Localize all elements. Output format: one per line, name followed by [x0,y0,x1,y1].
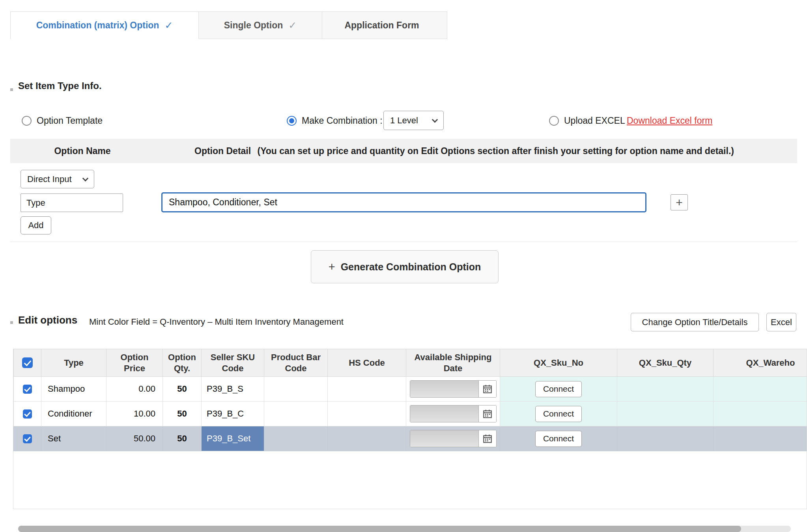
table-row: Conditioner 10.00 50 P39_B_C [14,402,807,426]
check-icon: ✓ [288,20,297,31]
row-checkbox[interactable] [23,409,32,419]
check-icon: ✓ [164,20,173,31]
connect-button[interactable]: Connect [535,406,582,422]
connect-button[interactable]: Connect [535,431,582,447]
date-input[interactable] [410,381,479,397]
page: Combination (matrix) Option ✓ Single Opt… [0,0,807,532]
add-option-row-button[interactable]: + [671,194,688,210]
generate-combination-option-button[interactable]: + Generate Combination Option [311,250,499,283]
cell-qx-warehouse[interactable] [714,377,807,402]
radio-upload-excel[interactable]: Upload EXCEL [549,111,625,130]
section-divider [10,242,797,242]
excel-button[interactable]: Excel [766,313,796,331]
column-header-type: Type [41,349,106,377]
cell-option-price[interactable]: 50.00 [106,426,163,451]
cell-hs-code[interactable] [328,402,406,426]
tab-label: Single Option [224,20,283,31]
chevron-down-icon [82,175,89,182]
date-input[interactable] [410,430,479,447]
radio-make-combination[interactable]: Make Combination : [287,111,383,130]
row-checkbox[interactable] [23,385,32,394]
cell-hs-code[interactable] [328,377,406,402]
tab-application-form[interactable]: Application Form [322,11,447,39]
cell-qx-sku-qty[interactable] [617,402,714,426]
change-option-title-button[interactable]: Change Option Title/Details [631,313,759,331]
cell-qx-sku-qty[interactable] [617,377,714,402]
row-checkbox[interactable] [23,434,32,443]
section-bullet-icon [10,321,13,324]
cell-checkbox [14,402,41,426]
calendar-icon[interactable] [479,406,496,422]
tab-single-option[interactable]: Single Option ✓ [199,11,322,39]
radio-option-template[interactable]: Option Template [22,111,103,130]
cell-qx-sku-qty[interactable] [617,426,714,451]
option-detail-header: Option Detail (You can set up price and … [194,139,734,163]
select-all-checkbox[interactable] [22,357,33,368]
add-button[interactable]: Add [21,216,51,234]
radio-unchecked-icon [549,116,559,126]
cell-type[interactable]: Conditioner [41,402,106,426]
option-detail-note: (You can set up price and quantity on Ed… [258,146,734,156]
chevron-down-icon [432,117,438,123]
option-detail-label: Option Detail [194,146,251,156]
table-row: Shampoo 0.00 50 P39_B_S [14,377,807,402]
column-header-option-qty: Option Qty. [163,349,202,377]
column-header-qx-sku-no: QX_Sku_No [500,349,617,377]
cell-hs-code[interactable] [328,426,406,451]
download-excel-form-link[interactable]: Download Excel form [627,111,712,130]
radio-label: Upload EXCEL [564,115,625,126]
shipping-date-field[interactable] [410,380,497,398]
table-row-selected: Set 50.00 50 P39_B_Set [14,426,807,451]
calendar-icon[interactable] [479,430,496,447]
tab-label: Combination (matrix) Option [36,20,159,31]
cell-seller-sku[interactable]: P39_B_S [202,377,264,402]
tab-label: Application Form [344,20,419,31]
radio-label: Make Combination : [302,115,383,126]
cell-qx-warehouse[interactable] [714,426,807,451]
column-header-shipping-date: Available Shipping Date [406,349,500,377]
cell-product-bar-code[interactable] [264,402,328,426]
connect-button[interactable]: Connect [535,381,582,397]
cell-product-bar-code[interactable] [264,426,328,451]
cell-type[interactable]: Set [41,426,106,451]
direct-input-value: Direct Input [27,174,72,184]
header-select-all-cell [14,349,41,377]
column-header-qx-warehouse: QX_Wareho [714,349,807,377]
section-title-edit-options: Edit options [18,314,77,326]
option-name-source-select[interactable]: Direct Input [21,170,94,188]
cell-type[interactable]: Shampoo [41,377,106,402]
cell-product-bar-code[interactable] [264,377,328,402]
shipping-date-field[interactable] [410,405,497,422]
option-header-bar: Option Name Option Detail (You can set u… [10,139,797,163]
tab-combination-matrix-option[interactable]: Combination (matrix) Option ✓ [10,11,199,39]
column-header-qx-sku-qty: QX_Sku_Qty [617,349,714,377]
cell-option-price[interactable]: 0.00 [106,377,163,402]
shipping-date-field[interactable] [410,430,497,447]
cell-option-qty[interactable]: 50 [163,377,202,402]
cell-shipping-date [406,377,500,402]
scrollbar-thumb[interactable] [18,526,741,532]
cell-shipping-date [406,402,500,426]
cell-checkbox [14,377,41,402]
cell-option-qty[interactable]: 50 [163,426,202,451]
radio-checked-icon [287,116,297,126]
radio-label: Option Template [37,115,103,126]
cell-option-qty[interactable]: 50 [163,402,202,426]
column-header-seller-sku: Seller SKU Code [202,349,264,377]
cell-shipping-date [406,426,500,451]
column-header-bar-code: Product Bar Code [264,349,328,377]
cell-option-price[interactable]: 10.00 [106,402,163,426]
cell-qx-warehouse[interactable] [714,402,807,426]
cell-seller-sku-selected[interactable]: P39_B_Set [202,426,264,451]
date-input[interactable] [410,406,479,422]
tab-bar: Combination (matrix) Option ✓ Single Opt… [10,11,447,39]
column-header-option-price: Option Price [106,349,163,377]
cell-seller-sku[interactable]: P39_B_C [202,402,264,426]
section-bullet-icon [10,88,13,91]
level-select-value: 1 Level [390,115,418,126]
calendar-icon[interactable] [479,381,496,397]
horizontal-scrollbar[interactable] [18,526,791,532]
option-name-input[interactable] [21,193,123,212]
combination-level-select[interactable]: 1 Level [383,111,444,130]
option-detail-input[interactable] [161,192,646,212]
